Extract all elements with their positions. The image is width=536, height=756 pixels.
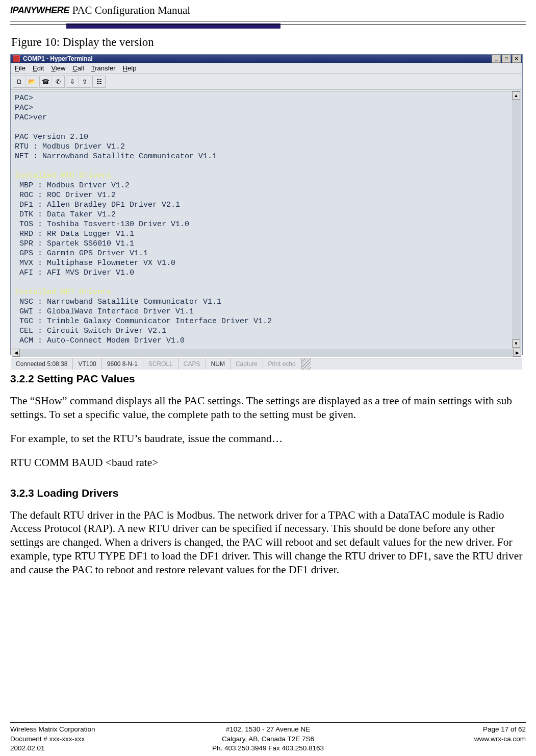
rule-top [10, 21, 526, 21]
menu-file[interactable]: File [15, 64, 25, 72]
menu-help[interactable]: Help [123, 64, 137, 72]
header-title: PAC Configuration Manual [72, 4, 190, 17]
menu-edit[interactable]: Edit [33, 64, 44, 72]
footer-doc: Document # xxx-xxx-xxx [10, 735, 182, 744]
paragraph-322-3: RTU COMM BAUD <baud rate> [10, 456, 526, 470]
scroll-up-icon[interactable]: ▲ [512, 91, 520, 100]
scroll-track-h[interactable] [20, 349, 513, 357]
header-rules [0, 21, 536, 25]
close-icon[interactable]: ✕ [512, 55, 521, 63]
status-scroll: SCROLL [143, 358, 178, 370]
open-icon[interactable]: 📂 [25, 76, 38, 87]
page-footer: Wireless Matrix Corporation Document # x… [10, 722, 526, 753]
status-num: NUM [206, 358, 231, 370]
window-title: COMP1 - HyperTerminal [23, 55, 492, 62]
menu-file-rest: ile [19, 64, 25, 72]
connect-icon[interactable]: ☎ [40, 76, 52, 87]
paragraph-322-1: The “SHow” command displays all the PAC … [10, 394, 526, 422]
terminal-output[interactable]: PAC> PAC> PAC>ver PAC Version 2.10 RTU :… [12, 91, 512, 348]
footer-addr1: #102, 1530 - 27 Avenue NE [182, 725, 354, 734]
footer-date: 2002.02.01 [10, 744, 182, 753]
status-bar: Connected 5:08:38 VT100 9600 8-N-1 SCROL… [11, 358, 522, 370]
receive-icon[interactable]: ⇧ [79, 76, 91, 87]
new-file-icon[interactable]: 🗋 [13, 76, 25, 87]
menu-call[interactable]: Call [72, 64, 84, 72]
heading-322: 3.2.2 Setting PAC Values [10, 373, 526, 385]
status-connected: Connected 5:08:38 [11, 358, 73, 370]
figure-caption: Figure 10: Display the version [11, 36, 526, 49]
vertical-scrollbar[interactable]: ▲ ▼ [512, 91, 521, 348]
horizontal-scrollbar[interactable]: ◀ ▶ [12, 349, 521, 357]
app-icon [13, 55, 20, 62]
toolbar: 🗋 📂 ☎ ✆ ⇩ ⇧ ☷ [11, 74, 522, 90]
resize-grip-icon[interactable] [301, 358, 311, 370]
scroll-down-icon[interactable]: ▼ [512, 339, 520, 348]
menu-bar: File Edit View Call Transfer Help [11, 63, 522, 74]
maximize-icon[interactable]: □ [502, 55, 511, 63]
menu-view[interactable]: View [51, 64, 65, 72]
status-emulation: VT100 [73, 358, 101, 370]
page-header: IPANYWHERE PAC Configuration Manual [0, 0, 536, 19]
menu-transfer[interactable]: Transfer [91, 64, 116, 72]
footer-page: Page 17 of 62 [354, 725, 526, 734]
status-settings: 9600 8-N-1 [102, 358, 143, 370]
scroll-track[interactable] [512, 100, 521, 339]
logo: IPANYWHERE [10, 5, 69, 16]
footer-addr2: Calgary, AB, Canada T2E 7S6 [182, 735, 354, 744]
footer-url: www.wrx-ca.com [354, 735, 526, 744]
heading-323: 3.2.3 Loading Drivers [10, 487, 526, 499]
terminal-window: COMP1 - HyperTerminal _ □ ✕ File Edit Vi… [10, 54, 523, 355]
properties-icon[interactable]: ☷ [93, 76, 105, 87]
disconnect-icon[interactable]: ✆ [52, 76, 64, 87]
status-printecho: Print echo [263, 358, 301, 370]
footer-company: Wireless Matrix Corporation [10, 725, 182, 734]
scroll-right-icon[interactable]: ▶ [513, 349, 521, 357]
paragraph-322-2: For example, to set the RTU’s baudrate, … [10, 432, 526, 446]
paragraph-323-1: The default RTU driver in the PAC is Mod… [10, 508, 526, 577]
footer-phone: Ph. 403.250.3949 Fax 403.250.8163 [182, 744, 354, 753]
minimize-icon[interactable]: _ [492, 55, 501, 63]
status-capture: Capture [231, 358, 263, 370]
title-bar[interactable]: COMP1 - HyperTerminal _ □ ✕ [11, 55, 522, 63]
scroll-left-icon[interactable]: ◀ [12, 349, 20, 357]
status-caps: CAPS [178, 358, 206, 370]
send-icon[interactable]: ⇩ [66, 76, 79, 87]
